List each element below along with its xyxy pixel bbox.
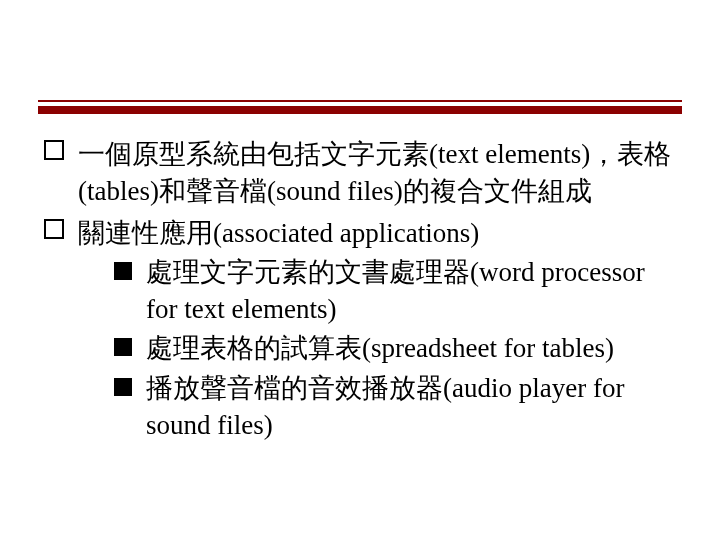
list-item: 處理表格的試算表(spreadsheet for tables) xyxy=(114,330,676,367)
list-item: 處理文字元素的文書處理器(word processor for text ele… xyxy=(114,254,676,329)
divider-thin xyxy=(38,100,682,102)
divider-thick xyxy=(38,106,682,114)
square-open-bullet-icon xyxy=(44,140,64,160)
slide-content: 一個原型系統由包括文字元素(text elements)，表格(tables)和… xyxy=(44,136,676,448)
list-item-text: 處理文字元素的文書處理器(word processor for text ele… xyxy=(146,257,645,324)
bullet-list-level1: 一個原型系統由包括文字元素(text elements)，表格(tables)和… xyxy=(44,136,676,444)
square-filled-bullet-icon xyxy=(114,378,132,396)
square-open-bullet-icon xyxy=(44,219,64,239)
list-item: 關連性應用(associated applications) 處理文字元素的文書… xyxy=(44,215,676,445)
list-item-text: 一個原型系統由包括文字元素(text elements)，表格(tables)和… xyxy=(78,139,671,206)
bullet-list-level2: 處理文字元素的文書處理器(word processor for text ele… xyxy=(78,254,676,444)
square-filled-bullet-icon xyxy=(114,262,132,280)
square-filled-bullet-icon xyxy=(114,338,132,356)
list-item-text: 播放聲音檔的音效播放器(audio player for sound files… xyxy=(146,373,624,440)
slide: 一個原型系統由包括文字元素(text elements)，表格(tables)和… xyxy=(0,0,720,540)
list-item-text: 處理表格的試算表(spreadsheet for tables) xyxy=(146,333,614,363)
list-item: 播放聲音檔的音效播放器(audio player for sound files… xyxy=(114,370,676,445)
list-item: 一個原型系統由包括文字元素(text elements)，表格(tables)和… xyxy=(44,136,676,211)
list-item-text: 關連性應用(associated applications) xyxy=(78,218,479,248)
